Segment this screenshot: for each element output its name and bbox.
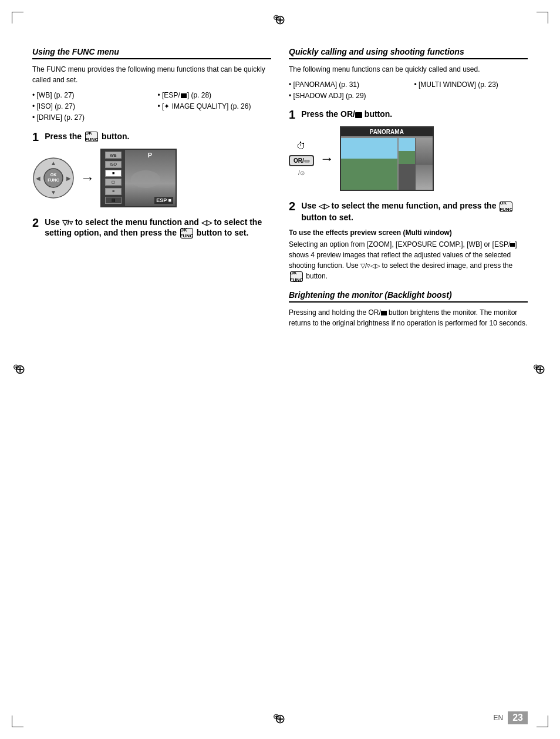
lcd-display-left: WB ISO ■ ◻ ≡ ▤ ESP ■ P: [100, 149, 177, 207]
menu-item-4: ◻: [105, 179, 122, 186]
panorama-lcd: PANORAMA: [340, 126, 434, 191]
reg-mark-tr: [537, 12, 548, 23]
menu-item-selected: ■: [105, 170, 122, 177]
bullet-esp: • [ESP/] (p. 28): [158, 90, 272, 101]
crosshair-left: ⊕: [13, 362, 27, 377]
left-column: Using the FUNC menu The FUNC menu provid…: [32, 47, 271, 333]
crosshair-right: ⊕: [533, 362, 547, 377]
right-arrow-icon: →: [320, 150, 334, 167]
right-section-title: Quickly calling and using shooting funct…: [289, 47, 528, 59]
effects-preview-section: To use the effects preview screen (Multi…: [289, 229, 528, 282]
func-button-group: ▲ ▼ ◀ ▶ OK FUNC: [32, 157, 75, 199]
two-column-layout: Using the FUNC menu The FUNC menu provid…: [32, 47, 528, 333]
left-section-title: Using the FUNC menu: [32, 47, 271, 59]
right-column: Quickly calling and using shooting funct…: [289, 47, 528, 333]
footer-language: EN: [494, 714, 504, 722]
bullet-image-quality: • [✦ IMAGE QUALITY] (p. 26): [158, 101, 272, 112]
svg-text:▲: ▲: [50, 160, 56, 166]
ok-func-button-icon-3: OKFUNC: [500, 201, 512, 212]
brightening-section: Brightening the monitor (Backlight boost…: [289, 290, 528, 328]
left-diagram: ▲ ▼ ◀ ▶ OK FUNC →: [32, 149, 271, 207]
panorama-thumb-3: [399, 164, 416, 190]
panorama-main-image: [341, 138, 397, 190]
crosshair-bottom: ⊕: [273, 712, 287, 726]
menu-item-5: ≡: [105, 188, 122, 195]
svg-text:▼: ▼: [50, 189, 56, 196]
left-step2-heading: 2 Use ▽/▿ to select the menu function an…: [32, 217, 271, 239]
reg-mark-br: [537, 716, 548, 727]
timer-icon: ⏱: [296, 141, 306, 152]
panorama-title: PANORAMA: [341, 127, 433, 136]
left-step1-label: Press the OKFUNC button.: [45, 131, 129, 142]
right-step2-num: 2: [289, 200, 295, 212]
bullet-multi-window: • [MULTI WINDOW] (p. 23): [414, 79, 528, 90]
bullet-drive: • [DRIVE] (p. 27): [32, 112, 271, 123]
right-bullet-list: • [PANORAMA] (p. 31) • [MULTI WINDOW] (p…: [289, 79, 528, 102]
left-section-desc: The FUNC menu provides the following men…: [32, 64, 271, 85]
left-step1-heading: 1 Press the OKFUNC button.: [32, 131, 271, 143]
main-content: Using the FUNC menu The FUNC menu provid…: [32, 47, 528, 704]
svg-point-8: [131, 170, 160, 188]
or-button-group: ⏱ OR/▭ /⊙: [289, 141, 314, 176]
svg-text:OK: OK: [50, 173, 57, 177]
menu-item-6: ▤: [105, 197, 122, 204]
reg-mark-bl: [12, 716, 23, 727]
right-step1-num: 1: [289, 109, 295, 120]
panorama-thumb-4: [416, 164, 433, 190]
effects-title: To use the effects preview screen (Multi…: [289, 229, 528, 237]
right-step2-label: Use ◁▷ to select the menu function, and …: [301, 200, 528, 222]
left-bullet-list: • [WB] (p. 27) • [ESP/] (p. 28) • [ISO] …: [32, 90, 271, 124]
esp-label: ESP ■: [154, 197, 173, 204]
dial-icon: /⊙: [298, 170, 305, 176]
brightening-body: Pressing and holding the OR/ button brig…: [289, 307, 528, 328]
panorama-thumb-1: [399, 138, 416, 164]
menu-overlay: WB ISO ■ ◻ ≡ ▤: [102, 150, 125, 206]
left-step1-num: 1: [32, 131, 39, 143]
right-section-desc: The following menu functions can be quic…: [289, 64, 528, 75]
or-fn-button: OR/▭: [289, 155, 314, 166]
left-step2-label: Use ▽/▿ to select the menu function and …: [45, 217, 271, 239]
right-diagram: ⏱ OR/▭ /⊙ → PANORAMA: [289, 126, 528, 191]
menu-item-iso: ISO: [105, 161, 122, 168]
right-step1-heading: 1 Press the OR/ button.: [289, 109, 528, 120]
panorama-thumbnails: [399, 138, 433, 190]
mode-p-badge: P: [148, 152, 152, 159]
svg-text:▶: ▶: [66, 175, 71, 182]
svg-text:FUNC: FUNC: [48, 178, 59, 182]
left-bullets-row1: • [WB] (p. 27) • [ESP/] (p. 28): [32, 90, 271, 101]
left-bullets-row2: • [ISO] (p. 27) • [✦ IMAGE QUALITY] (p. …: [32, 101, 271, 112]
bullet-panorama: • [PANORAMA] (p. 31): [289, 79, 403, 90]
reg-mark-tl: [12, 12, 23, 23]
brightening-title: Brightening the monitor (Backlight boost…: [289, 290, 528, 303]
crosshair-top: ⊕: [273, 13, 287, 27]
panorama-thumb-2: [416, 138, 433, 164]
page-footer: EN 23: [494, 711, 528, 724]
bullet-wb: • [WB] (p. 27): [32, 90, 146, 101]
ok-func-button-icon-4: OKFUNC: [290, 271, 303, 282]
ok-func-button-icon: OKFUNC: [85, 132, 98, 142]
effects-body: Selecting an option from [ZOOM], [EXPOSU…: [289, 239, 528, 282]
bullet-iso: • [ISO] (p. 27): [32, 101, 146, 112]
right-step1-label: Press the OR/ button.: [301, 109, 392, 119]
footer-page-number: 23: [508, 711, 528, 724]
left-step2-num: 2: [32, 217, 39, 229]
bullet-shadow-adj: • [SHADOW ADJ] (p. 29): [289, 90, 528, 102]
right-bullets-row1: • [PANORAMA] (p. 31) • [MULTI WINDOW] (p…: [289, 79, 528, 90]
right-step2-heading: 2 Use ◁▷ to select the menu function, an…: [289, 200, 528, 222]
ok-func-button-icon-2: OKFUNC: [180, 228, 193, 239]
func-nav-icon: ▲ ▼ ◀ ▶ OK FUNC: [32, 157, 75, 199]
arrow-icon: →: [80, 170, 95, 186]
svg-text:◀: ◀: [36, 175, 41, 182]
menu-item-wb: WB: [105, 152, 122, 159]
